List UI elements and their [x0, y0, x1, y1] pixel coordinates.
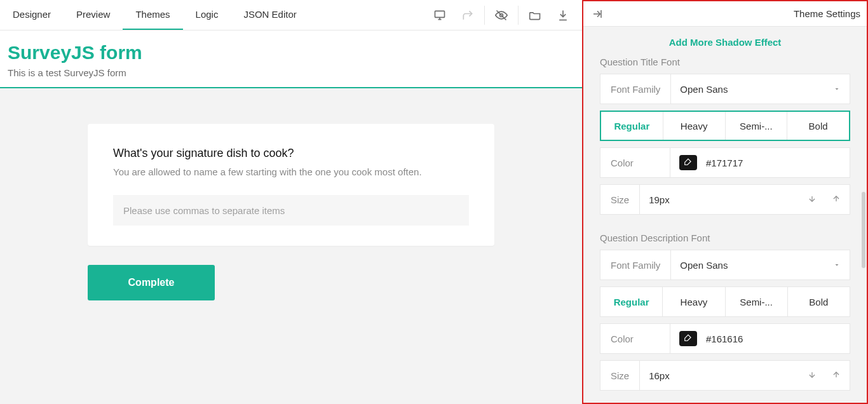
panel-body[interactable]: Add More Shadow Effect Question Title Fo… — [583, 27, 867, 403]
weight-heavy[interactable]: Heavy — [663, 112, 726, 140]
theme-settings-panel: Theme Settings Add More Shadow Effect Qu… — [582, 0, 868, 404]
question-description: You are allowed to name a few starting w… — [113, 166, 469, 177]
group-label: Question Title Font — [600, 57, 850, 67]
panel-title: Theme Settings — [794, 8, 860, 19]
tab-preview[interactable]: Preview — [64, 0, 123, 30]
weight-semi[interactable]: Semi-... — [726, 112, 788, 140]
color-label: Color — [600, 324, 670, 353]
complete-button[interactable]: Complete — [88, 265, 215, 300]
font-family-value: Open Sans — [680, 84, 728, 95]
color-field[interactable]: Color #161616 — [600, 323, 850, 354]
color-value: #161616 — [706, 333, 743, 344]
color-swatch-icon[interactable] — [679, 155, 697, 170]
group-label: Question Description Font — [600, 232, 850, 243]
survey-title: SurveyJS form — [8, 42, 574, 64]
separator — [518, 6, 519, 25]
weight-bold[interactable]: Bold — [788, 287, 850, 316]
size-field[interactable]: Size 19px — [600, 184, 850, 215]
question-card: What's your signature dish to cook? You … — [88, 124, 494, 246]
redo-icon — [454, 3, 482, 28]
size-increase-icon[interactable] — [832, 194, 841, 205]
font-family-label: Font Family — [600, 250, 671, 279]
color-field[interactable]: Color #171717 — [600, 147, 850, 178]
svg-rect-0 — [435, 11, 445, 17]
panel-header: Theme Settings — [583, 1, 867, 27]
chevron-down-icon — [833, 260, 841, 271]
weight-semi[interactable]: Semi-... — [726, 287, 788, 316]
weight-regular[interactable]: Regular — [600, 287, 663, 316]
tab-themes[interactable]: Themes — [123, 0, 182, 30]
add-shadow-effect-link[interactable]: Add More Shadow Effect — [669, 37, 782, 48]
color-value: #171717 — [706, 158, 743, 168]
size-label: Size — [600, 185, 640, 214]
font-family-label: Font Family — [600, 74, 671, 104]
question-title-font-group: Question Title Font Font Family Open San… — [600, 57, 850, 215]
question-description-font-group: Question Description Font Font Family Op… — [600, 232, 850, 391]
font-family-value: Open Sans — [680, 260, 728, 271]
device-preview-icon[interactable] — [426, 3, 454, 28]
tab-logic[interactable]: Logic — [183, 0, 231, 30]
tab-json-editor[interactable]: JSON Editor — [231, 0, 309, 30]
weight-regular[interactable]: Regular — [601, 112, 663, 140]
font-weight-segmented: Regular Heavy Semi-... Bold — [600, 111, 850, 141]
weight-bold[interactable]: Bold — [787, 112, 849, 140]
font-family-select[interactable]: Font Family Open Sans — [600, 74, 850, 104]
tab-designer[interactable]: Designer — [0, 0, 64, 30]
size-label: Size — [600, 361, 640, 390]
size-value: 16px — [649, 370, 670, 381]
chevron-down-icon — [833, 84, 841, 95]
open-folder-icon[interactable] — [521, 3, 549, 28]
topbar: Designer Preview Themes Logic JSON Edito… — [0, 0, 582, 30]
size-field[interactable]: Size 16px — [600, 360, 850, 391]
color-swatch-icon[interactable] — [679, 331, 697, 346]
preview-canvas: What's your signature dish to cook? You … — [0, 87, 582, 404]
size-decrease-icon[interactable] — [808, 370, 817, 381]
survey-header: SurveyJS form This is a test SurveyJS fo… — [0, 30, 582, 87]
color-label: Color — [600, 148, 670, 177]
size-decrease-icon[interactable] — [808, 194, 817, 205]
survey-description: This is a test SurveyJS form — [8, 67, 574, 78]
topbar-actions — [426, 3, 577, 28]
weight-heavy[interactable]: Heavy — [663, 287, 725, 316]
size-increase-icon[interactable] — [832, 370, 841, 381]
collapse-panel-icon[interactable] — [590, 6, 605, 22]
main-tabs: Designer Preview Themes Logic JSON Edito… — [0, 0, 309, 30]
font-weight-segmented: Regular Heavy Semi-... Bold — [600, 286, 850, 317]
download-icon[interactable] — [549, 3, 577, 28]
question-title: What's your signature dish to cook? — [113, 147, 469, 160]
size-value: 19px — [649, 194, 670, 205]
font-family-select[interactable]: Font Family Open Sans — [600, 250, 850, 280]
visibility-off-icon[interactable] — [487, 3, 515, 28]
question-input[interactable] — [113, 195, 469, 226]
scrollbar-thumb[interactable] — [862, 192, 865, 268]
separator — [484, 6, 485, 25]
